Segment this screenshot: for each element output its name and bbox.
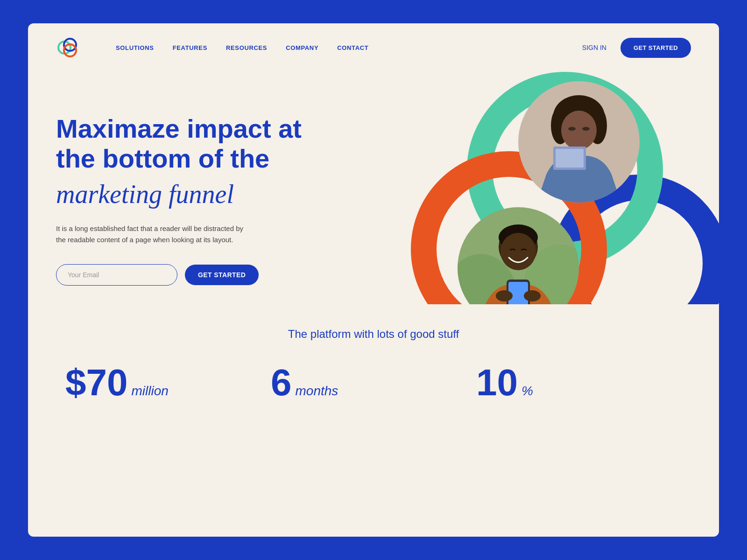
hero-form: GET STARTED bbox=[56, 264, 327, 286]
svg-point-11 bbox=[582, 127, 590, 131]
nav-item-resources[interactable]: RESOURCES bbox=[226, 43, 267, 52]
hero-title: Maximaze impact at the bottom of the bbox=[56, 114, 327, 174]
email-input[interactable] bbox=[56, 264, 177, 286]
sign-in-link[interactable]: SIGN IN bbox=[582, 44, 606, 51]
nav-links: SOLUTIONS FEATURES RESOURCES COMPANY CON… bbox=[116, 43, 582, 52]
hero-visual bbox=[364, 72, 719, 304]
svg-point-19 bbox=[500, 233, 536, 270]
nav-item-features[interactable]: FEATURES bbox=[173, 43, 207, 52]
stats-subtitle: The platform with lots of good stuff bbox=[56, 328, 691, 341]
stat-item-1: 6 months bbox=[271, 364, 476, 401]
stat-unit-0: million bbox=[131, 384, 168, 399]
stats-row: $70 million 6 months 10 % bbox=[56, 364, 691, 401]
svg-point-9 bbox=[561, 111, 597, 150]
nav-right: SIGN IN GET STARTED bbox=[582, 38, 691, 58]
svg-point-23 bbox=[524, 290, 541, 301]
stat-number-1: 6 bbox=[271, 364, 292, 401]
hero-description: It is a long established fact that a rea… bbox=[56, 223, 252, 245]
stat-number-0: $70 bbox=[65, 364, 127, 401]
nav-item-contact[interactable]: CONTACT bbox=[337, 43, 368, 52]
navigation: SOLUTIONS FEATURES RESOURCES COMPANY CON… bbox=[28, 23, 719, 72]
page-container: SOLUTIONS FEATURES RESOURCES COMPANY CON… bbox=[28, 23, 719, 537]
hero-section: Maximaze impact at the bottom of the mar… bbox=[28, 72, 719, 304]
svg-point-10 bbox=[568, 127, 576, 131]
photo-woman bbox=[518, 81, 640, 203]
hero-title-italic: marketing funnel bbox=[56, 179, 327, 210]
nav-item-solutions[interactable]: SOLUTIONS bbox=[116, 43, 154, 52]
stat-unit-2: % bbox=[521, 384, 533, 399]
stat-item-2: 10 % bbox=[476, 364, 682, 401]
hero-content: Maximaze impact at the bottom of the mar… bbox=[56, 100, 327, 286]
stat-item-0: $70 million bbox=[65, 364, 271, 401]
stats-section: The platform with lots of good stuff $70… bbox=[28, 304, 719, 420]
nav-item-company[interactable]: COMPANY bbox=[286, 43, 318, 52]
svg-point-22 bbox=[496, 290, 513, 301]
hero-cta-button[interactable]: GET STARTED bbox=[185, 265, 259, 285]
nav-get-started-button[interactable]: GET STARTED bbox=[620, 38, 691, 58]
stat-unit-1: months bbox=[296, 384, 338, 399]
stat-number-2: 10 bbox=[476, 364, 518, 401]
svg-rect-13 bbox=[556, 149, 584, 168]
logo[interactable] bbox=[56, 36, 78, 59]
